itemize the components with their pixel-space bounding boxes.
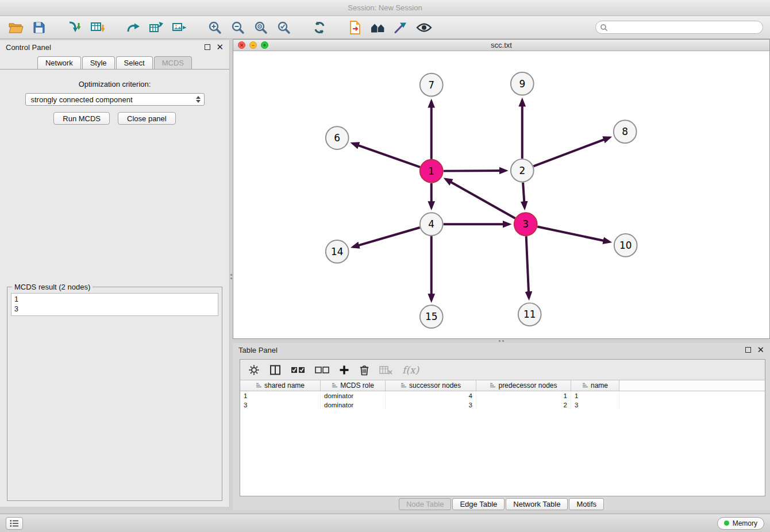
add-icon[interactable] — [339, 365, 349, 375]
table-cell[interactable]: 3 — [386, 400, 476, 410]
window-titlebar[interactable]: Session: New Session — [0, 0, 770, 16]
memory-button[interactable]: Memory — [717, 517, 764, 530]
node-2[interactable]: 2 — [511, 159, 534, 182]
curved-arrow-icon[interactable] — [124, 19, 143, 36]
zoom-fit-icon[interactable] — [252, 19, 270, 36]
tab-style[interactable]: Style — [82, 56, 115, 69]
close-panel-icon[interactable]: ✕ — [216, 44, 224, 50]
home-icon[interactable] — [369, 19, 387, 36]
table-cell[interactable]: 1 — [240, 391, 321, 400]
show-panel-list-icon[interactable] — [6, 517, 23, 530]
table-cell[interactable]: 4 — [386, 391, 476, 400]
node-table: f(x) shared nameMCDS rolesuccessor nodes… — [240, 359, 765, 496]
node-4[interactable]: 4 — [420, 213, 443, 236]
node-7[interactable]: 7 — [420, 74, 443, 97]
tab-select[interactable]: Select — [116, 56, 153, 69]
workspace: Control Panel ✕ Network Style Select MCD… — [0, 39, 770, 514]
table-row[interactable]: 3dominator323 — [240, 400, 765, 410]
node-1[interactable]: 1 — [420, 160, 443, 183]
toggle-columns-icon[interactable] — [270, 365, 281, 375]
trash-icon[interactable] — [359, 364, 369, 376]
column-sort-icon — [332, 381, 338, 390]
table-cell[interactable]: 2 — [476, 400, 571, 410]
close-panel-button[interactable]: Close panel — [118, 112, 176, 125]
zoom-in-icon[interactable] — [206, 19, 224, 36]
node-15[interactable]: 15 — [420, 305, 443, 328]
node-14[interactable]: 14 — [326, 240, 349, 263]
tab-network[interactable]: Network — [37, 56, 81, 69]
tab-node-table[interactable]: Node Table — [399, 498, 452, 510]
minimize-window-icon[interactable]: − — [249, 41, 257, 49]
delete-column-icon[interactable] — [379, 365, 392, 375]
open-folder-icon[interactable] — [7, 19, 25, 36]
search-input[interactable] — [595, 21, 763, 34]
column-header-name[interactable]: name — [571, 380, 619, 391]
tab-mcds[interactable]: MCDS — [154, 56, 192, 69]
edge-1-2[interactable] — [444, 171, 506, 171]
column-header-shared-name[interactable]: shared name — [240, 380, 321, 391]
column-sort-icon — [401, 381, 407, 390]
edge-2-3[interactable] — [523, 183, 525, 208]
zoom-selected-icon[interactable] — [275, 19, 293, 36]
table-cell[interactable]: 1 — [476, 391, 571, 400]
select-all-checkboxes-icon[interactable] — [291, 366, 305, 374]
table-cell[interactable]: dominator — [321, 400, 386, 410]
network-canvas[interactable]: 7968124314101511 — [233, 51, 769, 338]
column-header-predecessor-nodes[interactable]: predecessor nodes — [476, 380, 571, 391]
edge-3-1[interactable] — [446, 179, 515, 218]
table-cell-filler — [619, 400, 765, 410]
float-panel-icon[interactable] — [205, 44, 210, 50]
table-rows: 1dominator4113dominator323 — [240, 391, 765, 410]
function-builder-icon[interactable]: f(x) — [402, 364, 419, 376]
edge-3-10[interactable] — [537, 227, 609, 242]
edge-2-8[interactable] — [533, 137, 609, 166]
node-8[interactable]: 8 — [614, 120, 637, 143]
table-cell[interactable]: 3 — [571, 400, 619, 410]
image-arrow-icon[interactable] — [170, 19, 188, 36]
deselect-all-checkboxes-icon[interactable] — [315, 366, 329, 374]
style-brush-icon[interactable] — [392, 19, 410, 36]
node-3[interactable]: 3 — [514, 213, 537, 236]
edge-4-14[interactable] — [353, 228, 419, 247]
node-label: 14 — [331, 246, 343, 257]
save-icon[interactable] — [30, 19, 48, 36]
export-document-icon[interactable] — [346, 19, 364, 36]
node-11[interactable]: 11 — [518, 303, 541, 326]
gear-icon[interactable] — [248, 364, 260, 376]
table-cell[interactable]: 1 — [571, 391, 619, 400]
control-panel-header: Control Panel ✕ — [0, 40, 229, 54]
run-mcds-button[interactable]: Run MCDS — [53, 112, 110, 125]
mcds-result-list[interactable]: 1 3 — [11, 293, 218, 316]
control-panel: Control Panel ✕ Network Style Select MCD… — [0, 40, 230, 507]
horizontal-splitter[interactable] — [233, 339, 770, 343]
table-cell[interactable]: dominator — [321, 391, 386, 400]
edge-3-11[interactable] — [526, 236, 529, 298]
float-table-panel-icon[interactable] — [745, 347, 751, 353]
node-10[interactable]: 10 — [614, 234, 637, 257]
column-header-successor-nodes[interactable]: successor nodes — [386, 380, 476, 391]
import-network-icon[interactable] — [66, 19, 84, 36]
close-table-panel-icon[interactable]: ✕ — [757, 347, 764, 353]
tab-motifs[interactable]: Motifs — [569, 498, 604, 510]
eye-icon[interactable] — [415, 19, 433, 36]
node-9[interactable]: 9 — [511, 72, 534, 95]
table-cell[interactable]: 3 — [240, 400, 321, 410]
column-sort-icon — [582, 381, 588, 390]
table-row[interactable]: 1dominator411 — [240, 391, 765, 400]
criterion-dropdown[interactable]: strongly connected component — [25, 93, 205, 106]
node-6[interactable]: 6 — [326, 126, 349, 149]
import-table-icon[interactable] — [88, 19, 107, 36]
network-arrow-icon[interactable] — [147, 19, 165, 36]
zoom-out-icon[interactable] — [229, 19, 247, 36]
column-header-MCDS-role[interactable]: MCDS role — [321, 380, 386, 391]
network-window-titlebar[interactable]: ✕ − + scc.txt — [233, 40, 769, 51]
zoom-window-icon[interactable]: + — [261, 41, 268, 49]
tab-edge-table[interactable]: Edge Table — [452, 498, 505, 510]
edge-1-6[interactable] — [353, 144, 420, 167]
mcds-panel-content: Optimization criterion: strongly connect… — [0, 69, 229, 507]
node-label: 9 — [519, 78, 525, 90]
close-window-icon[interactable]: ✕ — [238, 41, 245, 49]
refresh-icon[interactable] — [310, 19, 329, 36]
tab-network-table[interactable]: Network Table — [506, 498, 568, 510]
network-graph[interactable]: 7968124314101511 — [233, 51, 769, 338]
